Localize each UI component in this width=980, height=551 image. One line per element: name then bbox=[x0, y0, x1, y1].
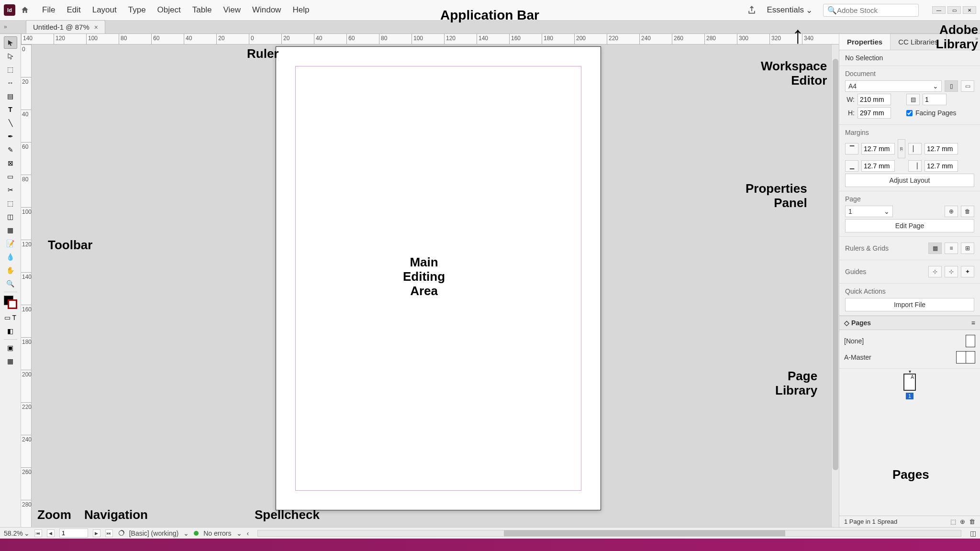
menu-view[interactable]: View bbox=[217, 2, 246, 18]
page-number-select[interactable]: 1⌄ bbox=[845, 206, 893, 217]
content-collector-tool[interactable]: ▤ bbox=[4, 90, 17, 102]
menu-help[interactable]: Help bbox=[287, 2, 315, 18]
preview-view[interactable]: ▦ bbox=[4, 355, 17, 367]
stroke-swatch[interactable] bbox=[8, 299, 17, 309]
open-nav-icon[interactable]: 🔿 bbox=[118, 529, 124, 537]
horizontal-scrollbar[interactable] bbox=[257, 530, 961, 537]
menu-edit[interactable]: Edit bbox=[61, 2, 86, 18]
orientation-landscape[interactable]: ▭ bbox=[961, 80, 974, 92]
pages-panel-header[interactable]: ◇ Pages ≡ bbox=[839, 316, 980, 330]
free-transform-tool[interactable]: ⬚ bbox=[4, 197, 17, 209]
menu-table[interactable]: Table bbox=[187, 2, 218, 18]
eyedropper-tool[interactable]: 💧 bbox=[4, 251, 17, 263]
page-1-thumb[interactable]: A 1 bbox=[903, 374, 916, 399]
maximize-button[interactable]: ▭ bbox=[947, 6, 961, 14]
scissors-tool[interactable]: ✂ bbox=[4, 184, 17, 196]
fill-stroke-swatch[interactable] bbox=[4, 296, 17, 309]
document-page[interactable] bbox=[276, 46, 601, 510]
first-page-button[interactable]: ⏮ bbox=[34, 529, 42, 537]
create-new-page-icon[interactable]: ⊕ bbox=[960, 518, 965, 525]
chevron-down-icon[interactable]: ⌄ bbox=[183, 529, 189, 537]
import-file-button[interactable]: Import File bbox=[845, 298, 974, 311]
menu-type[interactable]: Type bbox=[122, 2, 152, 18]
canvas-area[interactable]: 1401201008060402002040608010012014016018… bbox=[21, 34, 839, 527]
panel-menu-icon[interactable]: ≡ bbox=[971, 319, 975, 327]
split-view-icon[interactable]: ◫ bbox=[970, 529, 976, 537]
guides-icon-2[interactable]: ⊹ bbox=[945, 266, 958, 277]
link-margins-icon[interactable]: ⎘ bbox=[898, 139, 905, 158]
chevron-left-icon[interactable]: ‹ bbox=[247, 529, 249, 537]
formatting-container[interactable]: ▭ T bbox=[4, 311, 17, 324]
edit-page-size-icon[interactable]: ⬚ bbox=[950, 518, 956, 525]
pencil-tool[interactable]: ✎ bbox=[4, 143, 17, 156]
vertical-scroll-thumb[interactable] bbox=[833, 59, 838, 470]
menu-file[interactable]: File bbox=[36, 2, 61, 18]
zoom-tool[interactable]: 🔍 bbox=[4, 277, 17, 290]
horizontal-ruler[interactable]: 1401201008060402002040608010012014016018… bbox=[21, 34, 839, 44]
rectangle-tool[interactable]: ▭ bbox=[4, 170, 17, 183]
collapse-panel-icon[interactable]: » bbox=[975, 35, 978, 41]
page-preset-select[interactable]: A4⌄ bbox=[845, 80, 942, 92]
close-button[interactable]: ✕ bbox=[963, 6, 976, 14]
master-a-thumb-right[interactable] bbox=[966, 351, 975, 364]
gap-tool[interactable]: ↔ bbox=[4, 77, 17, 89]
workspace-selector[interactable]: Essentials ⌄ bbox=[762, 3, 817, 17]
delete-page-trash-icon[interactable]: 🗑 bbox=[969, 518, 975, 525]
new-page-icon[interactable]: ⊕ bbox=[945, 206, 958, 217]
document-tab[interactable]: Untitled-1 @ 87% × bbox=[26, 20, 105, 33]
width-input[interactable] bbox=[858, 94, 891, 105]
pen-tool[interactable]: ✒ bbox=[4, 130, 17, 143]
menu-layout[interactable]: Layout bbox=[87, 2, 122, 18]
vertical-scrollbar[interactable] bbox=[831, 44, 839, 527]
delete-page-icon[interactable]: 🗑 bbox=[961, 206, 974, 217]
last-page-button[interactable]: ⏭ bbox=[105, 529, 113, 537]
type-tool[interactable]: T bbox=[4, 103, 17, 116]
horizontal-scroll-thumb[interactable] bbox=[504, 530, 785, 536]
tab-cc-libraries[interactable]: CC Libraries bbox=[891, 34, 946, 50]
margin-bottom-input[interactable] bbox=[861, 160, 895, 172]
stock-search-input[interactable] bbox=[837, 6, 914, 14]
smart-guides-icon[interactable]: ✦ bbox=[961, 266, 974, 277]
apply-color[interactable]: ◧ bbox=[4, 325, 17, 337]
orientation-portrait[interactable]: ▯ bbox=[945, 80, 958, 92]
hand-tool[interactable]: ✋ bbox=[4, 264, 17, 276]
facing-pages-input[interactable] bbox=[906, 110, 913, 116]
gradient-swatch-tool[interactable]: ◫ bbox=[4, 210, 17, 223]
chevron-down-icon[interactable]: ⌄ bbox=[236, 529, 242, 537]
share-icon[interactable] bbox=[747, 5, 757, 15]
master-a-thumb-left[interactable] bbox=[956, 351, 966, 364]
rectangle-frame-tool[interactable]: ⊠ bbox=[4, 157, 17, 169]
rulers-icon[interactable]: ▦ bbox=[928, 242, 942, 254]
direct-selection-tool[interactable] bbox=[4, 50, 17, 62]
adjust-layout-button[interactable]: Adjust Layout bbox=[845, 174, 974, 187]
master-none-thumb[interactable] bbox=[966, 335, 975, 347]
menu-window[interactable]: Window bbox=[246, 2, 287, 18]
margin-right-input[interactable] bbox=[924, 160, 958, 172]
facing-pages-checkbox[interactable]: Facing Pages bbox=[906, 109, 957, 117]
pages-count-input[interactable] bbox=[923, 94, 947, 105]
selection-tool[interactable] bbox=[4, 36, 17, 49]
line-tool[interactable]: ╲ bbox=[4, 117, 17, 129]
page-tool[interactable]: ⬚ bbox=[4, 63, 17, 76]
zoom-control[interactable]: 58.2%⌄ bbox=[4, 529, 30, 537]
current-page-input[interactable] bbox=[59, 529, 88, 538]
edit-page-button[interactable]: Edit Page bbox=[845, 219, 974, 232]
vertical-ruler[interactable]: 020406080100120140160180200220240260280 bbox=[21, 44, 32, 527]
prev-page-button[interactable]: ◀ bbox=[47, 529, 55, 537]
master-none[interactable]: [None] bbox=[844, 333, 975, 349]
normal-view[interactable]: ▣ bbox=[4, 342, 17, 354]
baseline-grid-icon[interactable]: ≡ bbox=[945, 242, 958, 254]
close-tab-icon[interactable]: × bbox=[94, 23, 98, 31]
tab-properties[interactable]: Properties bbox=[839, 34, 891, 50]
document-grid-icon[interactable]: ⊞ bbox=[961, 242, 974, 254]
master-a[interactable]: A-Master bbox=[844, 349, 975, 365]
gradient-feather-tool[interactable]: ▦ bbox=[4, 224, 17, 236]
adobe-stock-search[interactable]: 🔍 bbox=[823, 4, 919, 17]
height-input[interactable] bbox=[858, 107, 891, 119]
margin-left-input[interactable] bbox=[924, 143, 958, 154]
margin-top-input[interactable] bbox=[861, 143, 895, 154]
guides-icon-1[interactable]: ⊹ bbox=[928, 266, 942, 277]
next-page-button[interactable]: ▶ bbox=[93, 529, 100, 537]
note-tool[interactable]: 📝 bbox=[4, 237, 17, 250]
minimize-button[interactable]: — bbox=[932, 6, 946, 14]
